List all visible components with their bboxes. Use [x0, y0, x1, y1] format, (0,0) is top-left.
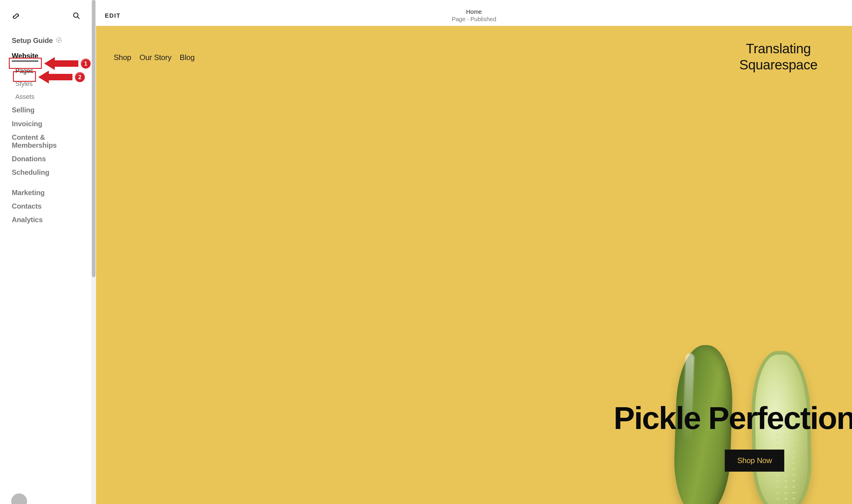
sidebar-item-pages[interactable]: Pages — [0, 65, 91, 77]
sidebar-item-label: Analytics — [12, 216, 43, 223]
sidebar-item-setup-guide[interactable]: Setup Guide — [0, 34, 91, 47]
sidebar: Setup Guide Website Pages Styles Ass — [0, 0, 91, 504]
sidebar-nav: Setup Guide Website Pages Styles Ass — [0, 25, 91, 227]
page-status: Page · Published — [452, 16, 496, 23]
sidebar-item-scheduling[interactable]: Scheduling — [0, 166, 91, 179]
search-button[interactable] — [71, 10, 82, 22]
hero-headline: Pickle Perfection — [614, 399, 852, 436]
site-brand-line1: Translating — [705, 41, 852, 57]
sidebar-item-label: Marketing — [12, 189, 45, 197]
site-brand-line2: Squarespace — [705, 57, 852, 73]
site-nav-our-story[interactable]: Our Story — [140, 53, 172, 62]
sidebar-item-label: Assets — [15, 93, 34, 100]
sidebar-item-website[interactable]: Website — [0, 49, 91, 64]
svg-line-1 — [77, 17, 80, 19]
scrollbar-thumb[interactable] — [92, 0, 95, 277]
shop-now-button[interactable]: Shop Now — [725, 450, 784, 472]
preview-panel: EDIT Home Page · Published Shop Our Stor… — [96, 0, 852, 504]
sidebar-item-label: Selling — [12, 106, 34, 114]
svg-point-0 — [74, 13, 78, 17]
sidebar-item-label: Pages — [15, 67, 33, 74]
sidebar-item-label: Website — [12, 52, 38, 61]
sidebar-item-assets[interactable]: Assets — [0, 90, 91, 103]
sidebar-item-analytics[interactable]: Analytics — [0, 213, 91, 227]
sidebar-item-label: Scheduling — [12, 168, 49, 176]
preview-toolbar: EDIT Home Page · Published — [96, 5, 852, 26]
avatar[interactable] — [11, 493, 27, 504]
sidebar-item-selling[interactable]: Selling — [0, 103, 91, 117]
sidebar-scrollbar[interactable] — [91, 0, 96, 504]
setup-guide-progress-icon — [56, 37, 62, 44]
sidebar-item-label: Setup Guide — [12, 37, 53, 44]
sidebar-item-donations[interactable]: Donations — [0, 152, 91, 166]
edit-button[interactable]: EDIT — [105, 12, 121, 19]
sidebar-item-contacts[interactable]: Contacts — [0, 199, 91, 213]
sidebar-item-label: Donations — [12, 155, 46, 163]
site-nav: Shop Our Story Blog — [114, 53, 195, 62]
site-nav-shop[interactable]: Shop — [114, 53, 131, 62]
sidebar-item-label: Content & Memberships — [12, 133, 91, 149]
page-title: Home — [452, 8, 496, 15]
sidebar-item-marketing[interactable]: Marketing — [0, 186, 91, 199]
sidebar-item-label: Styles — [15, 80, 33, 87]
sidebar-item-label: Invoicing — [12, 120, 42, 128]
sidebar-item-label: Contacts — [12, 202, 41, 210]
sidebar-item-invoicing[interactable]: Invoicing — [0, 117, 91, 131]
site-brand: Translating Squarespace — [705, 41, 852, 73]
search-icon — [72, 16, 80, 20]
squarespace-logo-icon — [11, 12, 21, 21]
sidebar-item-styles[interactable]: Styles — [0, 77, 91, 90]
site-nav-blog[interactable]: Blog — [180, 53, 195, 62]
sidebar-item-content-memberships[interactable]: Content & Memberships — [0, 131, 91, 152]
site-hero: Shop Our Story Blog Translating Squaresp… — [96, 26, 852, 504]
